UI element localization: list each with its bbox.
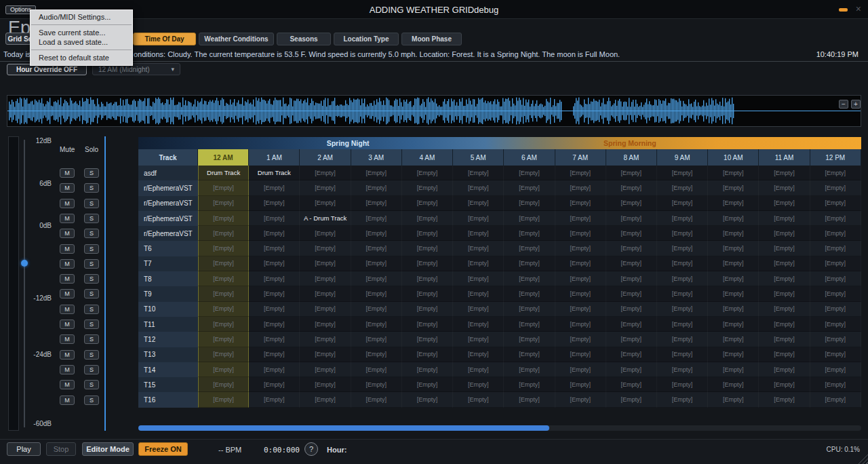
solo-button[interactable]: S [84, 214, 99, 223]
grid-cell[interactable]: [Empty] [249, 332, 300, 347]
menu-item[interactable]: Load a saved state... [31, 37, 132, 47]
grid-cell[interactable]: [Empty] [198, 392, 249, 407]
grid-cell[interactable]: [Empty] [606, 166, 657, 180]
grid-cell[interactable]: [Empty] [708, 332, 759, 347]
grid-cell[interactable]: [Empty] [402, 362, 453, 377]
grid-cell[interactable]: [Empty] [504, 271, 555, 286]
grid-cell[interactable]: [Empty] [555, 362, 606, 377]
grid-cell[interactable]: [Empty] [402, 271, 453, 286]
grid-cell[interactable]: [Empty] [708, 317, 759, 332]
grid-cell[interactable]: [Empty] [606, 332, 657, 347]
grid-cell[interactable]: [Empty] [351, 271, 402, 286]
grid-cell[interactable]: [Empty] [657, 317, 708, 332]
tab-time-of-day[interactable]: Time Of Day [133, 33, 196, 45]
grid-cell[interactable]: [Empty] [555, 166, 606, 180]
mute-button[interactable]: M [60, 365, 75, 374]
editor-mode-button[interactable]: Editor Mode [82, 442, 134, 456]
stop-button[interactable]: Stop [46, 442, 76, 456]
grid-cell[interactable]: [Empty] [810, 226, 861, 241]
grid-cell[interactable]: [Empty] [504, 377, 555, 392]
grid-cell[interactable]: [Empty] [555, 286, 606, 301]
zoom-out-button[interactable]: − [839, 100, 848, 109]
grid-cell[interactable]: [Empty] [606, 317, 657, 332]
grid-cell[interactable]: [Empty] [249, 362, 300, 377]
close-icon[interactable]: × [856, 3, 861, 14]
mute-button[interactable]: M [60, 305, 75, 314]
grid-cell[interactable]: [Empty] [759, 211, 810, 226]
grid-cell[interactable]: [Empty] [708, 377, 759, 392]
mute-button[interactable]: M [60, 334, 75, 344]
grid-cell[interactable]: [Empty] [606, 271, 657, 286]
grid-cell[interactable]: [Empty] [402, 180, 453, 195]
grid-cell[interactable]: [Empty] [453, 196, 504, 211]
grid-cell[interactable]: [Empty] [453, 377, 504, 392]
mute-button[interactable]: M [60, 168, 75, 178]
grid-cell[interactable]: [Empty] [198, 226, 249, 241]
grid-cell[interactable]: [Empty] [759, 256, 810, 271]
grid-cell[interactable]: [Empty] [351, 211, 402, 226]
tab-moon-phase[interactable]: Moon Phase [401, 33, 462, 45]
grid-cell[interactable]: [Empty] [249, 392, 300, 407]
mute-button[interactable]: M [60, 320, 75, 329]
grid-cell[interactable]: [Empty] [351, 317, 402, 332]
menu-item[interactable]: Audio/MIDI Settings... [31, 12, 132, 22]
grid-cell[interactable]: [Empty] [402, 211, 453, 226]
grid-cell[interactable]: [Empty] [810, 347, 861, 362]
grid-cell[interactable]: [Empty] [249, 256, 300, 271]
grid-cell[interactable]: [Empty] [300, 180, 351, 195]
grid-cell[interactable]: [Empty] [504, 392, 555, 407]
grid-cell[interactable]: [Empty] [657, 256, 708, 271]
grid-cell[interactable]: [Empty] [657, 271, 708, 286]
grid-cell[interactable]: [Empty] [555, 256, 606, 271]
grid-cell[interactable]: [Empty] [708, 166, 759, 180]
grid-cell[interactable]: [Empty] [759, 317, 810, 332]
mute-button[interactable]: M [60, 289, 75, 298]
solo-button[interactable]: S [84, 244, 99, 254]
mute-button[interactable]: M [60, 229, 75, 238]
grid-cell[interactable]: [Empty] [708, 211, 759, 226]
grid-cell[interactable]: [Empty] [351, 196, 402, 211]
grid-cell[interactable]: [Empty] [555, 347, 606, 362]
grid-cell[interactable]: [Empty] [810, 166, 861, 180]
grid-cell[interactable]: [Empty] [402, 241, 453, 256]
grid-cell[interactable]: [Empty] [810, 332, 861, 347]
grid-cell[interactable]: [Empty] [198, 271, 249, 286]
grid-cell[interactable]: [Empty] [351, 286, 402, 301]
grid-cell[interactable]: [Empty] [657, 196, 708, 211]
grid-cell[interactable]: [Empty] [402, 166, 453, 180]
mute-button[interactable]: M [60, 350, 75, 360]
grid-cell[interactable]: [Empty] [198, 332, 249, 347]
grid-cell[interactable]: [Empty] [606, 196, 657, 211]
grid-cell[interactable]: [Empty] [555, 377, 606, 392]
grid-cell[interactable]: [Empty] [657, 377, 708, 392]
grid-cell[interactable]: [Empty] [351, 180, 402, 195]
solo-button[interactable]: S [84, 259, 99, 269]
tab-weather-conditions[interactable]: Weather Conditions [199, 33, 274, 45]
minimize-icon[interactable] [839, 8, 848, 12]
grid-cell[interactable]: [Empty] [300, 332, 351, 347]
grid-cell[interactable]: [Empty] [300, 256, 351, 271]
grid-cell[interactable]: [Empty] [606, 347, 657, 362]
grid-cell[interactable]: [Empty] [606, 302, 657, 317]
freeze-button[interactable]: Freeze ON [138, 442, 188, 456]
grid-cell[interactable]: [Empty] [657, 166, 708, 180]
grid-cell[interactable]: [Empty] [555, 392, 606, 407]
grid-cell[interactable]: [Empty] [351, 392, 402, 407]
grid-cell[interactable]: [Empty] [300, 392, 351, 407]
grid-cell[interactable]: [Empty] [759, 362, 810, 377]
grid-cell[interactable]: [Empty] [657, 347, 708, 362]
grid-cell[interactable]: [Empty] [708, 256, 759, 271]
grid-cell[interactable]: [Empty] [300, 166, 351, 180]
solo-button[interactable]: S [84, 199, 99, 208]
grid-cell[interactable]: [Empty] [657, 226, 708, 241]
mute-button[interactable]: M [60, 259, 75, 269]
grid-cell[interactable]: [Empty] [198, 241, 249, 256]
grid-cell[interactable]: [Empty] [351, 226, 402, 241]
volume-fader-thumb[interactable] [21, 260, 28, 267]
tab-seasons[interactable]: Seasons [277, 33, 331, 45]
grid-cell[interactable]: [Empty] [453, 332, 504, 347]
grid-cell[interactable]: A - Drum Track [300, 211, 351, 226]
grid-cell[interactable]: [Empty] [402, 286, 453, 301]
grid-cell[interactable]: [Empty] [300, 226, 351, 241]
grid-cell[interactable]: [Empty] [504, 226, 555, 241]
